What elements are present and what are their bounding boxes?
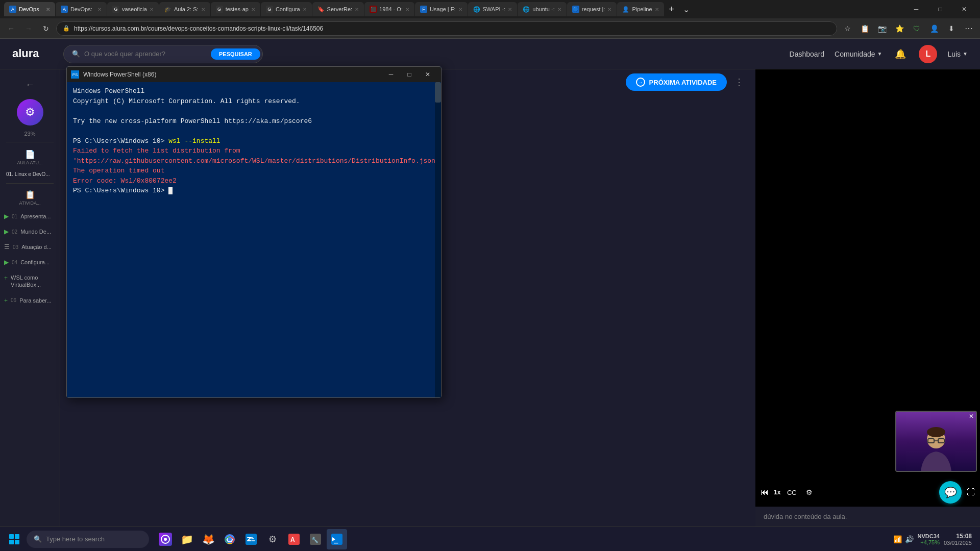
tab-8[interactable]: ⬛ 1984 - O: ✕ xyxy=(364,2,414,16)
lesson-item-6[interactable]: + 06 Para saber... xyxy=(0,294,60,307)
tab-6-close[interactable]: ✕ xyxy=(303,7,307,12)
tab-12[interactable]: 🔵 request |: ✕ xyxy=(567,2,617,16)
search-bar[interactable]: 🔍 PESQUISAR xyxy=(63,45,263,63)
search-input[interactable] xyxy=(84,50,207,58)
sidebar-back-btn[interactable]: ← xyxy=(21,76,39,94)
taskbar-app-vscode[interactable] xyxy=(241,529,261,549)
network-icon[interactable]: 📶 xyxy=(893,535,902,543)
lesson-item-1[interactable]: ▶ 01 Apresenta... xyxy=(0,210,60,223)
notification-btn[interactable]: 🔔 xyxy=(892,46,909,62)
next-activity-btn[interactable]: → PRÓXIMA ATIVIDADE xyxy=(626,73,727,91)
tab-11-close[interactable]: ✕ xyxy=(557,7,561,12)
taskbar-app-custom3[interactable]: 🔧 xyxy=(305,529,326,549)
tab-2[interactable]: A DevOps: ✕ xyxy=(56,2,107,16)
back-btn[interactable]: ← xyxy=(4,21,18,36)
tab-10[interactable]: 🌐 SWAPI -: ✕ xyxy=(468,2,518,16)
forward-btn[interactable]: → xyxy=(21,21,36,36)
comunidade-link[interactable]: Comunidade ▼ xyxy=(835,50,882,58)
alura-logo[interactable]: alura xyxy=(12,46,53,62)
course-icon[interactable]: ⚙ xyxy=(17,99,43,126)
address-bar[interactable]: 🔒 https://cursos.alura.com.br/course/dev… xyxy=(56,21,837,36)
ps-minimize-btn[interactable]: ─ xyxy=(382,67,400,82)
captions-btn[interactable]: CC xyxy=(786,486,798,498)
sidebar-btn[interactable]: 📋 xyxy=(857,21,872,36)
tab-13-icon: 👤 xyxy=(622,6,629,13)
sidebar-item-aula-atual: 📄 AULA ATU... xyxy=(0,147,60,167)
tab-1[interactable]: A DevOps ✕ xyxy=(4,2,55,16)
start-btn[interactable] xyxy=(4,529,24,549)
speed-indicator[interactable]: 1x xyxy=(774,489,780,496)
taskbar-app-firefox[interactable]: 🦊 xyxy=(198,529,218,549)
ps-scrollbar[interactable] xyxy=(435,82,441,397)
tab-7-label: ServerRe: xyxy=(327,6,353,12)
screenshot-btn[interactable]: 📷 xyxy=(875,21,889,36)
user-avatar[interactable]: L xyxy=(919,45,937,63)
tab-5-close[interactable]: ✕ xyxy=(251,7,255,12)
taskbar-app-explorer[interactable]: 📁 xyxy=(177,529,197,549)
tab-3-close[interactable]: ✕ xyxy=(150,7,154,12)
alura-header: alura 🔍 PESQUISAR Dashboard Comunidade ▼… xyxy=(0,39,980,69)
search-icon-taskbar: 🔍 xyxy=(34,535,42,543)
window-maximize-btn[interactable]: □ xyxy=(928,0,952,18)
tab-9[interactable]: F Usage | F: ✕ xyxy=(415,2,468,16)
tab-3[interactable]: G vaseoficia ✕ xyxy=(107,2,159,16)
tab-7-close[interactable]: ✕ xyxy=(355,7,359,12)
profile-btn[interactable]: 👤 xyxy=(927,21,941,36)
tab-12-close[interactable]: ✕ xyxy=(607,7,611,12)
tab-4-label: Aula 2: S: xyxy=(174,6,199,12)
stock-indicator[interactable]: NVDC34 +4,75% xyxy=(918,533,940,545)
ps-close-btn[interactable]: ✕ xyxy=(419,67,437,82)
tab-6[interactable]: G Configura ✕ xyxy=(261,2,312,16)
bookmark2-btn[interactable]: ⭐ xyxy=(892,21,906,36)
tab-1-close[interactable]: ✕ xyxy=(46,7,50,12)
volume-icon[interactable]: 🔊 xyxy=(905,535,914,543)
menu-btn[interactable]: ⋯ xyxy=(962,21,976,36)
tab-10-close[interactable]: ✕ xyxy=(508,7,512,12)
nav-bar: ← → ↻ 🔒 https://cursos.alura.com.br/cour… xyxy=(0,18,980,39)
taskbar-clock[interactable]: 15:08 03/01/2025 xyxy=(944,533,972,546)
download-btn[interactable]: ⬇ xyxy=(944,21,959,36)
taskbar-app-custom2[interactable]: A xyxy=(284,529,304,549)
tab-5[interactable]: G testes-ap ✕ xyxy=(211,2,260,16)
lesson-item-2[interactable]: ▶ 02 Mundo De... xyxy=(0,225,60,238)
tab-9-close[interactable]: ✕ xyxy=(458,7,462,12)
more-options-btn[interactable]: ⋮ xyxy=(731,74,747,90)
tab-13[interactable]: 👤 Pipeline ✕ xyxy=(617,2,664,16)
tab-11[interactable]: 🌐 ubuntu -: ✕ xyxy=(518,2,566,16)
ps-scrollbar-thumb xyxy=(435,82,441,103)
pip-close-btn[interactable]: ✕ xyxy=(969,413,974,420)
refresh-btn[interactable]: ↻ xyxy=(39,21,53,36)
search-btn[interactable]: PESQUISAR xyxy=(211,48,260,60)
taskbar-app-custom1[interactable] xyxy=(155,529,176,549)
tab-2-close[interactable]: ✕ xyxy=(97,7,102,12)
tab-8-close[interactable]: ✕ xyxy=(405,7,409,12)
ps-content[interactable]: Windows PowerShell Copyright (C) Microso… xyxy=(67,82,435,397)
ps-maximize-btn[interactable]: □ xyxy=(400,67,419,82)
lesson-item-3[interactable]: ☰ 03 Atuação d... xyxy=(0,240,60,254)
taskbar-app-chrome[interactable] xyxy=(219,529,240,549)
chat-btn[interactable]: 💬 xyxy=(939,481,962,504)
tab-13-close[interactable]: ✕ xyxy=(655,7,659,12)
taskbar-app-settings[interactable]: ⚙ xyxy=(262,529,283,549)
window-close-btn[interactable]: ✕ xyxy=(952,0,976,18)
lesson-item-4[interactable]: ▶ 04 Configura... xyxy=(0,256,60,269)
tab-4[interactable]: 🎓 Aula 2: S: ✕ xyxy=(159,2,210,16)
new-tab-btn[interactable]: + xyxy=(665,2,679,16)
lesson-item-wsl[interactable]: + WSL como VirtualBox... xyxy=(0,271,60,292)
lesson-label-wsl: WSL como VirtualBox... xyxy=(11,274,56,289)
settings-btn[interactable]: ⚙ xyxy=(803,486,815,498)
tab-5-icon: G xyxy=(216,6,223,13)
taskbar-app-powershell[interactable]: _ xyxy=(327,529,347,549)
bookmark-btn[interactable]: ☆ xyxy=(840,21,854,36)
fast-rewind-btn[interactable]: ⏮ xyxy=(761,488,769,497)
user-name-link[interactable]: Luis ▼ xyxy=(947,50,968,58)
tab-overflow-btn[interactable]: ⌄ xyxy=(679,2,694,16)
window-minimize-btn[interactable]: ─ xyxy=(904,0,928,18)
tab-7[interactable]: 🔖 ServerRe: ✕ xyxy=(312,2,364,16)
dashboard-link[interactable]: Dashboard xyxy=(790,50,825,58)
shield-btn[interactable]: 🛡 xyxy=(910,21,924,36)
taskbar-search[interactable]: 🔍 Type here to search xyxy=(27,531,149,548)
fullscreen-btn[interactable]: ⛶ xyxy=(967,488,975,497)
tab-4-close[interactable]: ✕ xyxy=(201,7,205,12)
atividades-icon: 📋 xyxy=(4,190,56,199)
